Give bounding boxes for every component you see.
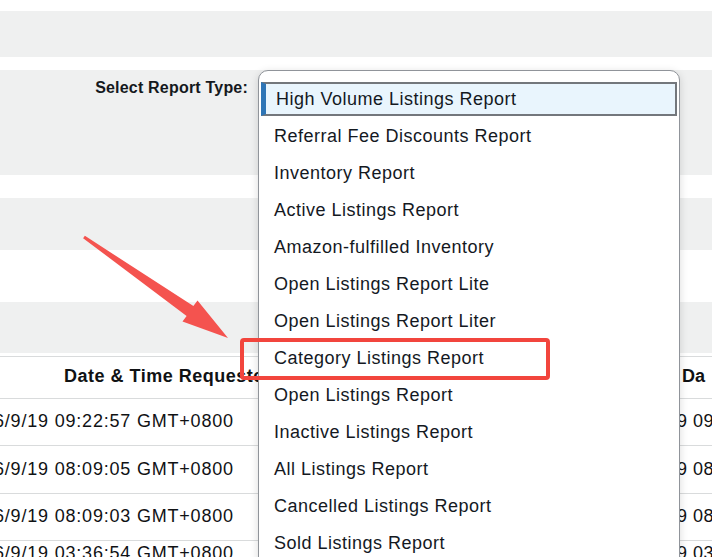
reports-page: Select Report Type: Date & Time Requeste…	[0, 0, 712, 557]
dropdown-option[interactable]: Cancelled Listings Report	[259, 488, 679, 525]
table-cell-right-clipped: 9 08	[677, 458, 712, 480]
dropdown-option[interactable]: Open Listings Report	[259, 377, 679, 414]
dropdown-option[interactable]: Inventory Report	[259, 155, 679, 192]
table-cell-right-clipped: 9 08	[677, 505, 712, 527]
report-type-dropdown[interactable]: High Volume Listings Report Referral Fee…	[258, 70, 680, 557]
dropdown-option[interactable]: All Listings Report	[259, 451, 679, 488]
dropdown-option[interactable]: Amazon-fulfilled Inventory	[259, 229, 679, 266]
dropdown-option[interactable]: Referral Fee Discounts Report	[259, 118, 679, 155]
page-header-band	[0, 11, 712, 57]
dropdown-option[interactable]: Sold Listings Report	[259, 525, 679, 557]
table-cell-date-requested: 6/9/19 09:22:57 GMT+0800	[0, 410, 234, 432]
table-cell-date-requested: 6/9/19 08:09:05 GMT+0800	[0, 458, 234, 480]
table-cell-right-clipped: 9 09	[677, 410, 712, 432]
red-arrow-annotation	[68, 225, 238, 350]
table-cell-right-clipped: 9 03	[677, 542, 712, 557]
report-type-option-list: High Volume Listings Report Referral Fee…	[259, 82, 679, 557]
red-highlight-box	[240, 338, 550, 380]
dropdown-option[interactable]: Inactive Listings Report	[259, 414, 679, 451]
column-header-right-clipped: Da	[682, 366, 705, 387]
dropdown-option-selected[interactable]: High Volume Listings Report	[261, 82, 677, 116]
table-cell-date-requested: 6/9/19 08:09:03 GMT+0800	[0, 505, 234, 527]
dropdown-option[interactable]: Open Listings Report Liter	[259, 303, 679, 340]
dropdown-option[interactable]: Open Listings Report Lite	[259, 266, 679, 303]
select-report-type-label: Select Report Type:	[0, 79, 248, 97]
dropdown-option[interactable]: Active Listings Report	[259, 192, 679, 229]
table-cell-date-requested: 6/9/19 03:36:54 GMT+0800	[0, 542, 234, 557]
